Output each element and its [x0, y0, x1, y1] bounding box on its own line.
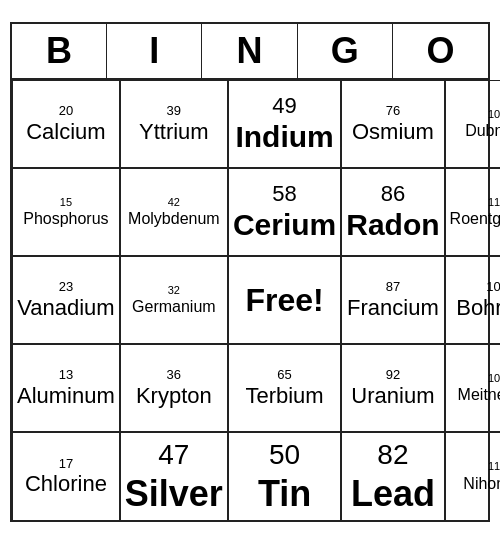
cell-number: 87	[386, 279, 400, 295]
bingo-cell-18: 92Uranium	[341, 344, 444, 432]
cell-number: 105	[488, 108, 500, 121]
bingo-cell-8: 86Radon	[341, 168, 444, 256]
bingo-cell-21: 47Silver	[120, 432, 228, 520]
bingo-cell-16: 36Krypton	[120, 344, 228, 432]
bingo-cell-2: 49Indium	[228, 80, 341, 168]
cell-number: 36	[167, 367, 181, 383]
bingo-cell-13: 87Francium	[341, 256, 444, 344]
cell-element-name: Krypton	[136, 383, 212, 409]
bingo-cell-14: 107Bohrium	[445, 256, 500, 344]
bingo-cell-3: 76Osmium	[341, 80, 444, 168]
bingo-cell-6: 42Molybdenum	[120, 168, 228, 256]
cell-number: 109	[488, 372, 500, 385]
cell-element-name: Terbium	[245, 383, 323, 409]
bingo-cell-17: 65Terbium	[228, 344, 341, 432]
cell-number: 39	[167, 103, 181, 119]
cell-element-name: Uranium	[351, 383, 434, 409]
header-letter-b: B	[12, 24, 107, 78]
header-letter-n: N	[202, 24, 297, 78]
cell-number: 107	[486, 279, 500, 295]
cell-number: 86	[381, 181, 405, 207]
cell-number: 47	[158, 438, 189, 472]
cell-number: 65	[277, 367, 291, 383]
cell-number: 13	[59, 367, 73, 383]
cell-element-name: Chlorine	[25, 471, 107, 497]
cell-element-name: Lead	[351, 472, 435, 515]
cell-element-name: Yttrium	[139, 119, 209, 145]
header-letter-i: I	[107, 24, 202, 78]
header-letter-g: G	[298, 24, 393, 78]
cell-number: 49	[272, 93, 296, 119]
bingo-cell-9: 111Roentgenium	[445, 168, 500, 256]
cell-element-name: Vanadium	[17, 295, 114, 321]
cell-element-name: Dubnium	[465, 121, 500, 140]
cell-element-name: Tin	[258, 472, 311, 515]
cell-number: 32	[168, 284, 180, 297]
cell-number: 50	[269, 438, 300, 472]
cell-number: 111	[488, 196, 500, 209]
cell-element-name: Osmium	[352, 119, 434, 145]
cell-number: 23	[59, 279, 73, 295]
bingo-header: BINGO	[12, 24, 488, 80]
bingo-cell-24: 113Nihonium	[445, 432, 500, 520]
bingo-cell-22: 50Tin	[228, 432, 341, 520]
cell-number: 42	[168, 196, 180, 209]
bingo-cell-19: 109Meitnerium	[445, 344, 500, 432]
bingo-cell-20: 17Chlorine	[12, 432, 120, 520]
bingo-cell-15: 13Aluminum	[12, 344, 120, 432]
cell-element-name: Nihonium	[463, 474, 500, 493]
cell-element-name: Meitnerium	[458, 385, 500, 404]
bingo-cell-12: Free!	[228, 256, 341, 344]
bingo-cell-23: 82Lead	[341, 432, 444, 520]
cell-element-name: Germanium	[132, 297, 216, 316]
cell-element-name: Roentgenium	[450, 209, 500, 228]
bingo-grid: 20Calcium39Yttrium49Indium76Osmium105Dub…	[12, 80, 488, 520]
cell-element-name: Bohrium	[456, 295, 500, 321]
bingo-cell-1: 39Yttrium	[120, 80, 228, 168]
cell-number: 92	[386, 367, 400, 383]
free-space: Free!	[245, 282, 323, 319]
cell-number: 82	[377, 438, 408, 472]
cell-number: 76	[386, 103, 400, 119]
cell-number: 58	[272, 181, 296, 207]
cell-element-name: Calcium	[26, 119, 105, 145]
cell-element-name: Phosphorus	[23, 209, 108, 228]
bingo-cell-11: 32Germanium	[120, 256, 228, 344]
bingo-cell-7: 58Cerium	[228, 168, 341, 256]
bingo-cell-5: 15Phosphorus	[12, 168, 120, 256]
cell-element-name: Silver	[125, 472, 223, 515]
cell-element-name: Molybdenum	[128, 209, 220, 228]
cell-element-name: Cerium	[233, 207, 336, 243]
bingo-card: BINGO 20Calcium39Yttrium49Indium76Osmium…	[10, 22, 490, 522]
bingo-cell-10: 23Vanadium	[12, 256, 120, 344]
header-letter-o: O	[393, 24, 488, 78]
cell-number: 113	[488, 460, 500, 473]
cell-number: 20	[59, 103, 73, 119]
cell-number: 17	[59, 456, 73, 472]
bingo-cell-4: 105Dubnium	[445, 80, 500, 168]
cell-element-name: Radon	[346, 207, 439, 243]
cell-element-name: Francium	[347, 295, 439, 321]
cell-number: 15	[60, 196, 72, 209]
cell-element-name: Aluminum	[17, 383, 115, 409]
bingo-cell-0: 20Calcium	[12, 80, 120, 168]
cell-element-name: Indium	[235, 119, 333, 155]
